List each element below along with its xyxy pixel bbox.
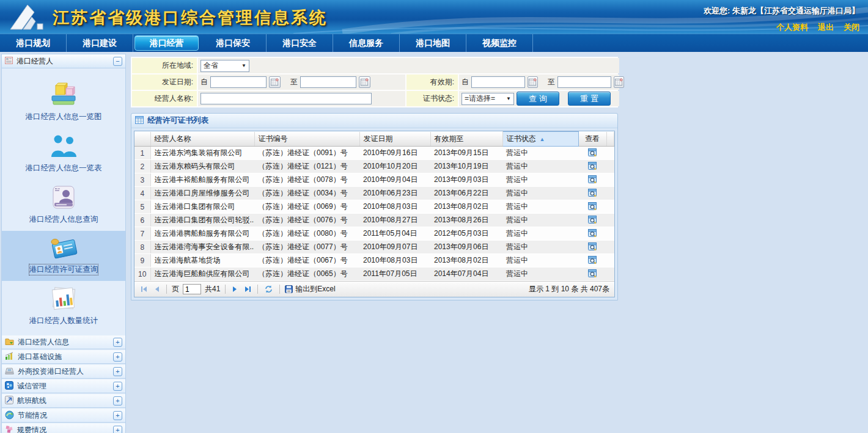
header-link-2[interactable]: 关闭 — [844, 22, 859, 33]
operator-name-input[interactable] — [200, 93, 372, 104]
reset-button[interactable]: 重置 — [568, 92, 611, 106]
cell-num: 5 — [134, 200, 150, 214]
sidebar-item-3[interactable]: 港口经营许可证查询 — [2, 231, 125, 281]
calendar-icon — [614, 78, 623, 87]
prev-page-button[interactable] — [153, 286, 161, 293]
expand-section-button[interactable]: + — [113, 382, 122, 391]
view-record-button[interactable] — [578, 173, 606, 187]
tab-港口规划[interactable]: 港口规划 — [0, 34, 67, 52]
query-button[interactable]: 查询 — [517, 92, 559, 106]
tab-视频监控[interactable]: 视频监控 — [466, 34, 533, 52]
sidebar-section-6[interactable]: 规费情况+ — [2, 423, 125, 433]
cell-filler — [606, 200, 614, 214]
sidebar-item-2[interactable]: 港口经营人信息查询 — [2, 180, 125, 231]
table-row[interactable]: 6连云港港口集团有限公司轮驳...（苏连）港经证（0076）号2010年08月2… — [134, 214, 614, 227]
license-card-icon — [49, 236, 78, 261]
cert-status-select[interactable]: =请选择= ▼ — [462, 93, 514, 105]
issue-date-from-calendar-button[interactable] — [269, 76, 281, 88]
stacked-books-icon — [50, 81, 78, 109]
last-page-button[interactable] — [243, 286, 252, 293]
sidebar-item-4[interactable]: 港口经营人数量统计 — [2, 281, 125, 332]
column-header-1[interactable]: 证书编号 — [254, 132, 359, 147]
column-header-2[interactable]: 发证日期 — [359, 132, 430, 147]
view-record-button[interactable] — [578, 187, 606, 200]
view-record-button[interactable] — [578, 254, 606, 267]
table-row[interactable]: 9连云港海航基地货场（苏连）港经证（0067）号2010年08月03日2013年… — [134, 254, 614, 267]
search-form: 所在地域: 全省 ▼ 发证日期: 自 至 — [131, 57, 618, 107]
view-record-button[interactable] — [578, 160, 606, 173]
fee-icon — [5, 425, 13, 433]
sidebar-section-label: 节能情况 — [18, 410, 109, 421]
cell-filler — [606, 173, 614, 187]
sidebar-section-0[interactable]: 港口经营人信息+ — [2, 335, 125, 349]
sidebar-panel-header[interactable]: 港口经营人 − — [2, 54, 125, 68]
first-page-icon — [141, 286, 148, 293]
tab-港口经营[interactable]: 港口经营 — [134, 35, 199, 51]
expand-section-button[interactable]: + — [113, 396, 122, 406]
sidebar-section-4[interactable]: 航班航线+ — [2, 394, 125, 408]
next-page-button[interactable] — [230, 286, 239, 293]
tab-港口保安[interactable]: 港口保安 — [200, 34, 267, 52]
sidebar-item-0[interactable]: 港口经营人信息一览图 — [2, 76, 125, 128]
issue-date-from-input[interactable] — [210, 76, 267, 88]
expand-section-button[interactable]: + — [113, 352, 122, 362]
view-record-button[interactable] — [578, 200, 606, 214]
column-header-4[interactable]: 证书状态▲ — [502, 132, 578, 147]
region-select[interactable]: 全省 ▼ — [200, 60, 249, 72]
main-nav: 港口规划港口建设港口经营港口保安港口安全信息服务港口地图视频监控 — [0, 34, 868, 52]
sidebar-section-1[interactable]: 港口基础设施+ — [2, 350, 125, 364]
table-row[interactable]: 2连云港东粮码头有限公司（苏连）港经证（0121）号2010年10月20日201… — [134, 160, 614, 173]
table-row[interactable]: 1连云港东鸿集装箱有限公司（苏连）港经证（0091）号2010年09月16日20… — [134, 147, 614, 160]
tab-港口建设[interactable]: 港口建设 — [67, 34, 133, 52]
view-record-button[interactable] — [578, 241, 606, 254]
sidebar-section-5[interactable]: 节能情况+ — [2, 409, 125, 423]
page-number-input[interactable] — [183, 284, 201, 294]
cell-num: 6 — [134, 214, 150, 227]
expand-section-button[interactable]: + — [113, 411, 122, 420]
issue-date-cell: 自 至 — [198, 75, 405, 90]
validity-from-input[interactable] — [471, 76, 525, 88]
column-header-5[interactable]: 查看 — [578, 132, 606, 147]
sidebar-section-2[interactable]: 外商投资港口经营人+ — [2, 365, 125, 379]
cell-name: 连云港港口房屋维修服务公司 — [150, 187, 254, 200]
tab-港口安全[interactable]: 港口安全 — [267, 34, 333, 52]
expand-section-button[interactable]: + — [113, 367, 122, 376]
view-record-button[interactable] — [578, 214, 606, 227]
issue-date-to-calendar-button[interactable] — [359, 76, 370, 88]
expand-section-button[interactable]: + — [113, 426, 122, 433]
bar-chart-icon — [50, 286, 78, 313]
first-page-button[interactable] — [139, 286, 149, 293]
newspaper-icon — [5, 57, 13, 66]
folder-icon — [5, 337, 14, 347]
table-row[interactable]: 3连云港丰裕船舶服务有限公司（苏连）港经证（0078）号2010年09月04日2… — [134, 173, 614, 187]
app-logo-icon — [9, 3, 46, 33]
view-record-button[interactable] — [578, 227, 606, 241]
validity-to-input[interactable] — [557, 76, 611, 88]
collapse-panel-button[interactable]: − — [113, 57, 122, 66]
table-row[interactable]: 7连云港港腾船舶服务有限公司（苏连）港经证（0080）号2011年05月04日2… — [134, 227, 614, 241]
validity-to-calendar-button[interactable] — [614, 76, 624, 88]
view-record-button[interactable] — [578, 267, 606, 281]
validity-from-calendar-button[interactable] — [528, 76, 538, 88]
tab-港口地图[interactable]: 港口地图 — [400, 34, 466, 52]
table-row[interactable]: 4连云港港口房屋维修服务公司（苏连）港经证（0034）号2010年06月23日2… — [134, 187, 614, 200]
sidebar-item-1[interactable]: 港口经营人信息一览表 — [2, 128, 125, 180]
header-link-0[interactable]: 个人资料 — [776, 22, 808, 33]
view-record-button[interactable] — [578, 147, 606, 160]
table-row[interactable]: 5连云港港口集团有限公司（苏连）港经证（0069）号2010年08月03日201… — [134, 200, 614, 214]
sidebar-item-label: 港口经营人信息查询 — [29, 214, 98, 225]
refresh-button[interactable] — [263, 285, 274, 294]
header-link-1[interactable]: 退出 — [818, 22, 834, 33]
sidebar-items: 港口经营人信息一览图港口经营人信息一览表港口经营人信息查询港口经营许可证查询港口… — [2, 68, 125, 335]
export-excel-button[interactable]: 输出到Excel — [285, 284, 335, 294]
column-header-0[interactable]: 经营人名称 — [150, 132, 254, 147]
expand-section-button[interactable]: + — [113, 338, 122, 347]
table-row[interactable]: 10连云港海巨船舶供应有限公司（苏连）港经证（0065）号2011年07月05日… — [134, 267, 614, 281]
cell-cert_no: （苏连）港经证（0067）号 — [254, 254, 359, 267]
cell-num: 4 — [134, 187, 150, 200]
issue-date-to-input[interactable] — [300, 76, 356, 88]
table-row[interactable]: 8连云港港湾海事安全设备有限...（苏连）港经证（0077）号2010年09月0… — [134, 241, 614, 254]
sidebar-section-3[interactable]: 诚信管理+ — [2, 379, 125, 393]
column-header-3[interactable]: 有效期至 — [430, 132, 502, 147]
tab-信息服务[interactable]: 信息服务 — [333, 34, 400, 52]
